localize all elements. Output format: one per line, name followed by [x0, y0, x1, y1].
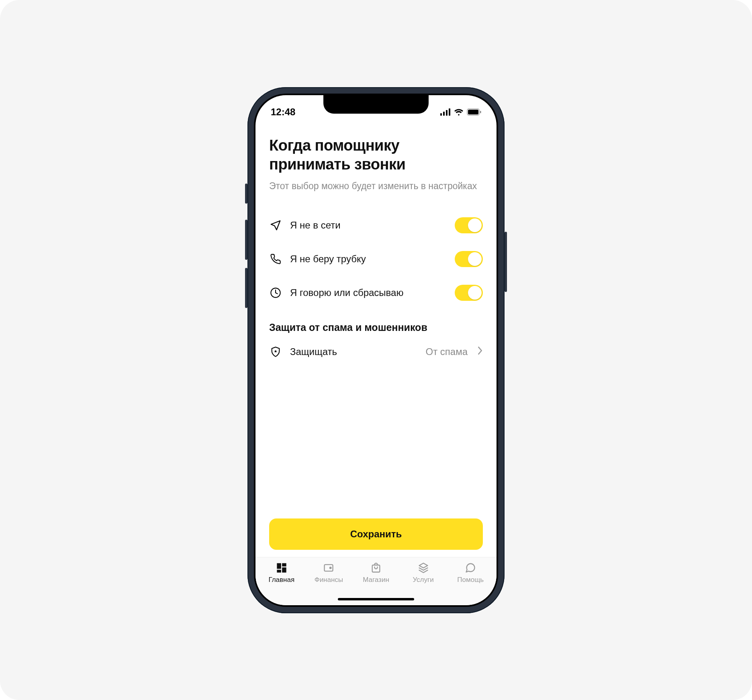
home-icon [275, 561, 288, 574]
svg-rect-10 [282, 567, 286, 572]
spam-protect-row[interactable]: Защищать От спама [269, 337, 483, 367]
phone-bezel: 12:48 Когда помощ [254, 94, 498, 607]
tab-label: Главная [268, 576, 294, 584]
battery-icon [467, 108, 481, 116]
tab-label: Финансы [315, 576, 343, 584]
svg-rect-9 [282, 563, 286, 566]
canvas: 12:48 Когда помощ [0, 0, 752, 700]
phone-notch [323, 94, 429, 114]
toggle-row-offline: Я не в сети [269, 208, 483, 242]
tab-help[interactable]: Помощь [447, 561, 494, 592]
toggle-label: Я говорю или сбрасываю [290, 287, 447, 298]
tab-label: Помощь [457, 576, 484, 584]
tab-home[interactable]: Главная [258, 561, 305, 592]
spam-section-title: Защита от спама и мошенников [269, 322, 483, 333]
spam-protect-label: Защищать [290, 346, 417, 357]
svg-rect-2 [446, 110, 448, 116]
tab-label: Магазин [363, 576, 389, 584]
page-title: Когда помощнику принимать звонки [269, 136, 483, 174]
svg-point-13 [330, 567, 331, 569]
home-indicator[interactable] [338, 598, 414, 600]
spam-protect-value: От спама [425, 346, 468, 357]
toggle-switch-no-answer[interactable] [455, 251, 483, 267]
wallet-icon [322, 561, 335, 574]
layers-icon [417, 561, 430, 574]
toggle-row-no-answer: Я не беру трубку [269, 242, 483, 276]
tab-finance[interactable]: Финансы [305, 561, 353, 592]
status-time: 12:48 [271, 106, 295, 118]
wifi-icon [454, 108, 464, 116]
toggle-switch-busy[interactable] [455, 285, 483, 301]
phone-frame: 12:48 Когда помощ [247, 87, 505, 613]
svg-rect-3 [449, 108, 450, 116]
clock-icon [269, 286, 282, 299]
cellular-icon [440, 108, 451, 116]
svg-rect-6 [480, 111, 481, 113]
toggle-switch-offline[interactable] [455, 217, 483, 233]
airplane-icon [269, 219, 282, 232]
svg-rect-0 [440, 113, 442, 116]
svg-rect-1 [443, 112, 445, 116]
svg-rect-8 [277, 563, 281, 569]
toggle-label: Я не беру трубку [290, 253, 447, 265]
save-button[interactable]: Сохранить [269, 518, 483, 550]
tab-services[interactable]: Услуги [400, 561, 447, 592]
phone-screen: 12:48 Когда помощ [255, 95, 497, 605]
page-subtitle: Этот выбор можно будет изменить в настро… [269, 180, 483, 192]
phone-side-button [245, 184, 247, 204]
chat-icon [464, 561, 477, 574]
chevron-right-icon [477, 346, 483, 357]
phone-side-button [245, 220, 247, 260]
svg-rect-5 [468, 110, 478, 114]
toggle-row-busy: Я говорю или сбрасываю [269, 276, 483, 310]
page-content: Когда помощнику принимать звонки Этот вы… [255, 124, 497, 557]
phone-side-button [245, 268, 247, 308]
tab-shop[interactable]: Магазин [352, 561, 400, 592]
status-icons [440, 108, 481, 116]
phone-icon [269, 253, 282, 265]
shield-icon [269, 345, 282, 358]
toggle-label: Я не в сети [290, 220, 447, 231]
svg-rect-11 [277, 569, 281, 572]
tab-label: Услуги [413, 576, 433, 584]
bag-icon [370, 561, 382, 574]
phone-side-button [505, 232, 507, 292]
